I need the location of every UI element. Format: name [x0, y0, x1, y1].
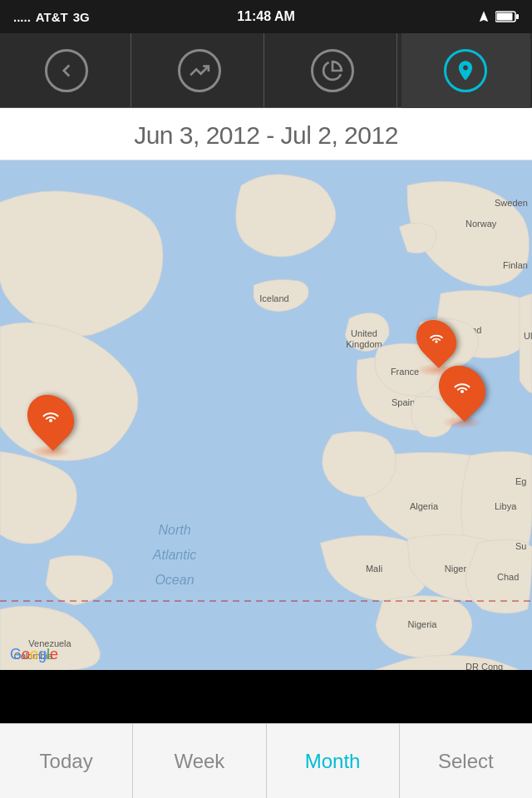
status-left: ..... AT&T 3G — [13, 10, 90, 24]
battery-icon — [495, 10, 519, 23]
map-pin-europe2[interactable] — [441, 364, 484, 429]
iceland-label: Iceland — [259, 293, 288, 303]
stats-icon — [178, 49, 221, 92]
date-range-text: Jun 3, 2012 - Jul 2, 2012 — [134, 121, 398, 149]
svg-point-7 — [461, 390, 464, 393]
svg-point-5 — [49, 419, 52, 422]
wifi-icon-europe2 — [452, 377, 472, 401]
date-range: Jun 3, 2012 - Jul 2, 2012 — [0, 108, 532, 160]
tab-week[interactable]: Week — [133, 724, 266, 799]
back-button[interactable] — [2, 33, 131, 108]
ul-label: Ul — [524, 331, 532, 341]
spain-label: Spain — [392, 397, 415, 407]
toolbar — [0, 33, 532, 108]
algeria-label: Algeria — [410, 501, 439, 511]
tab-month-label: Month — [305, 750, 361, 773]
tab-today[interactable]: Today — [0, 724, 133, 799]
status-time: 11:48 AM — [237, 9, 295, 24]
map-pin-usa[interactable] — [29, 393, 72, 458]
status-right — [477, 10, 519, 23]
uk-label2: Kingdom — [346, 339, 382, 349]
ocean-label-line2: Atlantic — [152, 548, 196, 562]
svg-rect-2 — [497, 13, 513, 21]
back-icon — [45, 49, 88, 92]
su-label: Su — [515, 541, 526, 551]
tab-select[interactable]: Select — [400, 724, 532, 799]
pie-icon — [311, 49, 354, 92]
svg-rect-1 — [516, 14, 519, 19]
chad-label: Chad — [497, 572, 519, 582]
libya-label: Libya — [495, 501, 517, 511]
carrier-label: AT&T — [36, 10, 68, 24]
wifi-icon-europe1 — [428, 329, 445, 351]
drcongo-label: DR Cong — [466, 662, 503, 670]
tab-today-label: Today — [40, 750, 93, 773]
google-watermark: Google — [10, 646, 58, 663]
ocean-label-line1: North — [158, 523, 190, 537]
map-pin-icon — [444, 49, 487, 92]
nigeria-label: Nigeria — [408, 619, 438, 629]
eg-label: Eg — [515, 476, 526, 486]
signal-dots: ..... — [13, 10, 31, 24]
niger-label: Niger — [445, 564, 467, 574]
pie-button[interactable] — [268, 33, 397, 108]
stats-button[interactable] — [135, 33, 264, 108]
status-bar: ..... AT&T 3G 11:48 AM — [0, 0, 532, 33]
tab-bar: Today Week Month Select — [0, 723, 532, 798]
network-label: 3G — [73, 10, 90, 24]
pin-body-europe1 — [408, 312, 465, 368]
map-button[interactable] — [401, 33, 530, 108]
norway-label: Norway — [466, 219, 497, 229]
tab-week-label: Week — [174, 750, 224, 773]
location-icon — [477, 10, 490, 23]
tab-month[interactable]: Month — [267, 724, 400, 799]
sweden-label: Sweden — [495, 198, 528, 208]
finlan-label: Finlan — [503, 260, 528, 270]
france-label: France — [391, 367, 419, 377]
svg-point-6 — [435, 340, 437, 342]
mali-label: Mali — [366, 564, 382, 574]
tab-select-label: Select — [438, 750, 494, 773]
ocean-label-line3: Ocean — [155, 573, 194, 587]
uk-label: United — [351, 328, 377, 338]
wifi-icon-usa — [41, 406, 61, 431]
map-container: Iceland Venezuela Colombia Spain Norway … — [0, 160, 532, 670]
